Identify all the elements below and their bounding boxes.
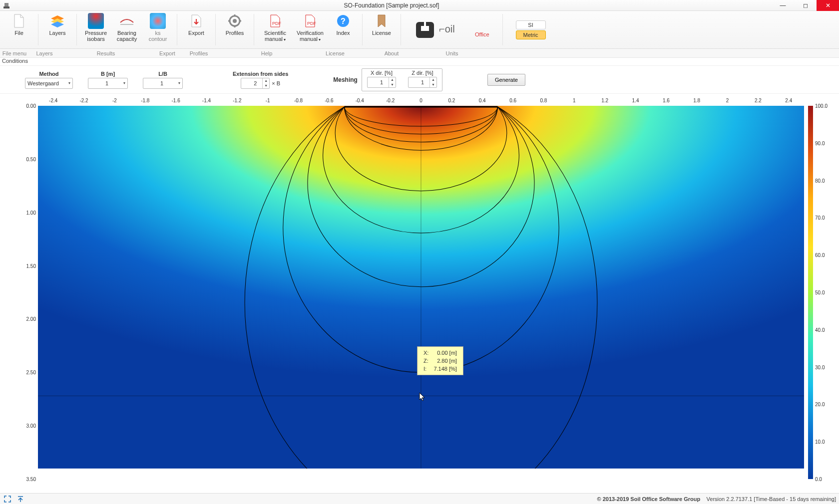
license-button[interactable]: License xyxy=(369,13,395,36)
conditions-label: Conditions xyxy=(0,58,839,66)
file-button[interactable]: File xyxy=(6,13,32,36)
ks-contour-icon xyxy=(150,13,166,29)
method-label: Method xyxy=(39,71,58,77)
pdf-icon: PDF xyxy=(302,13,318,29)
zdir-label: Z dir. [%] xyxy=(412,70,433,76)
app-icon xyxy=(1,0,11,10)
foundation-logo-icon xyxy=(414,20,436,40)
pressure-isobars-button[interactable]: Pressure isobars xyxy=(83,13,109,42)
svg-rect-0 xyxy=(3,6,9,8)
svg-rect-1 xyxy=(4,3,8,6)
window-title: SO-Foundation [Sample project.sof] xyxy=(11,2,772,9)
ks-contour-button[interactable]: ks contour xyxy=(145,13,171,42)
help-icon: ? xyxy=(335,13,351,29)
extension-unit: × B xyxy=(272,80,280,86)
ribbon-captions: File menu Layers Results Export Profiles… xyxy=(0,49,839,58)
metric-units-button[interactable]: Metric xyxy=(516,30,546,39)
collapse-icon[interactable] xyxy=(16,495,25,504)
conditions-bar: Method Westergaard▾ B [m] 1▾ L/B 1▾ Exte… xyxy=(0,66,839,94)
method-select[interactable]: Westergaard▾ xyxy=(25,78,73,89)
close-button[interactable]: ✕ xyxy=(817,0,839,11)
layers-button[interactable]: Layers xyxy=(44,13,70,36)
maximize-button[interactable]: ◻ xyxy=(794,0,817,11)
probe-tooltip: X:0.00 [m] Z:2.80 [m] I:7.148 [%] xyxy=(417,346,463,375)
expand-icon[interactable] xyxy=(3,495,12,504)
b-label: B [m] xyxy=(101,71,115,77)
svg-point-7 xyxy=(233,19,237,23)
x-axis: -2.4-2.2-2-1.8-1.6-1.4-1.2-1-0.8-0.6-0.4… xyxy=(38,98,804,104)
export-icon xyxy=(188,13,204,29)
heatmap-plot[interactable]: -2.4-2.2-2-1.8-1.6-1.4-1.2-1-0.8-0.6-0.4… xyxy=(38,106,804,479)
y-axis: 0.000.501.001.502.002.503.003.50 xyxy=(18,106,36,479)
ribbon: File Layers Pressure isobars Bearing cap… xyxy=(0,11,839,49)
profiles-icon xyxy=(227,13,243,29)
bookmark-icon xyxy=(374,13,390,29)
profiles-button[interactable]: Profiles xyxy=(222,13,248,36)
colorbar: 0.010.020.030.040.050.060.070.080.090.01… xyxy=(808,106,829,479)
cursor-icon xyxy=(419,392,426,401)
extension-input[interactable]: 2▲▼ xyxy=(241,78,270,89)
layers-icon xyxy=(49,13,65,29)
svg-text:PDF: PDF xyxy=(307,21,316,26)
generate-button[interactable]: Generate xyxy=(487,74,525,86)
index-button[interactable]: ? Index xyxy=(330,13,356,43)
lb-label: L/B xyxy=(158,71,167,77)
bearing-capacity-icon xyxy=(119,13,135,29)
file-icon xyxy=(11,13,27,29)
svg-text:?: ? xyxy=(341,17,346,25)
lb-select[interactable]: 1▾ xyxy=(143,78,183,89)
soil-office-logo: ⌐oil Office xyxy=(439,22,489,37)
svg-rect-18 xyxy=(424,22,426,27)
meshing-label: Meshing xyxy=(333,76,358,83)
status-text: © 2013-2019 Soil Office Software Group V… xyxy=(597,496,837,502)
pdf-icon: PDF xyxy=(267,13,283,29)
plot-area: -2.4-2.2-2-1.8-1.6-1.4-1.2-1-0.8-0.6-0.4… xyxy=(5,100,834,489)
svg-text:PDF: PDF xyxy=(272,21,281,26)
title-bar: SO-Foundation [Sample project.sof] — ◻ ✕ xyxy=(0,0,839,11)
xdir-label: X dir. [%] xyxy=(371,70,393,76)
b-select[interactable]: 1▾ xyxy=(88,78,128,89)
extension-label: Extension from sides xyxy=(233,71,288,77)
export-button[interactable]: Export xyxy=(183,13,209,36)
verification-manual-button[interactable]: PDF Verification manual▾ xyxy=(295,13,325,43)
svg-rect-25 xyxy=(808,106,813,479)
about-logo[interactable]: ⌐oil Office xyxy=(414,11,489,48)
minimize-button[interactable]: — xyxy=(772,0,794,11)
meshing-box: X dir. [%] 1▲▼ Z dir. [%] 1▲▼ xyxy=(362,68,442,91)
xdir-input[interactable]: 1▲▼ xyxy=(367,77,396,88)
scientific-manual-button[interactable]: PDF Scientific manual▾ xyxy=(260,13,290,43)
svg-text:⌐oil: ⌐oil xyxy=(439,23,455,34)
status-bar: © 2013-2019 Soil Office Software Group V… xyxy=(0,493,839,504)
si-units-button[interactable]: SI xyxy=(516,20,546,29)
pressure-isobars-icon xyxy=(88,13,104,29)
bearing-capacity-button[interactable]: Bearing capacity xyxy=(114,13,140,42)
zdir-input[interactable]: 1▲▼ xyxy=(408,77,437,88)
